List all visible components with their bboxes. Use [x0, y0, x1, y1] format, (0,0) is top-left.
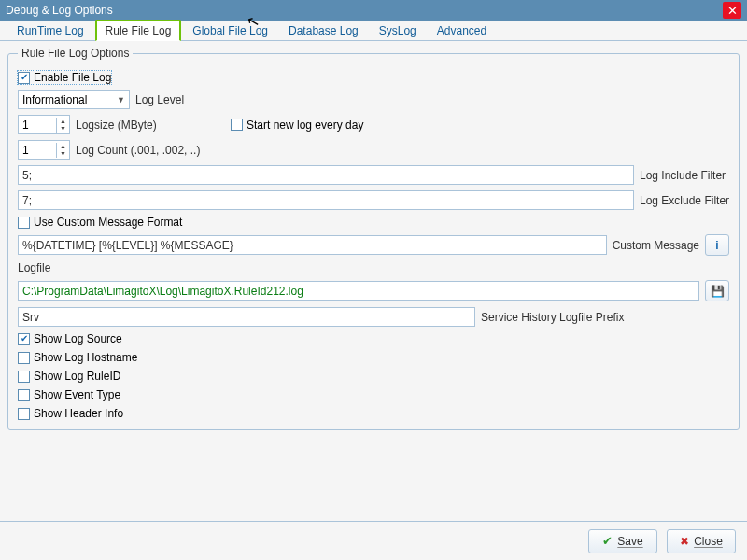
- checkbox-icon: [18, 371, 30, 383]
- rule-file-log-options-group: Rule File Log Options Enable File Log In…: [7, 47, 740, 430]
- close-window-button[interactable]: ✕: [723, 2, 741, 19]
- service-prefix-input[interactable]: Srv: [18, 307, 475, 327]
- window-title: Debug & Log Options: [6, 4, 723, 17]
- use-custom-format-label: Use Custom Message Format: [34, 216, 182, 229]
- close-button-label: Close: [694, 535, 723, 548]
- checkbox-icon: [18, 389, 30, 401]
- checkbox-icon: [231, 119, 243, 131]
- footer-bar: ✔ Save ✖ Close: [0, 521, 747, 560]
- info-icon: i: [715, 239, 718, 252]
- chevron-down-icon: ▼: [117, 95, 125, 105]
- log-include-filter-label: Log Include Filter: [640, 169, 729, 182]
- check-icon: ✔: [602, 534, 613, 548]
- save-button[interactable]: ✔ Save: [588, 529, 657, 553]
- spinner-down-icon[interactable]: ▼: [57, 125, 69, 133]
- custom-message-value: %{DATETIME} [%{LEVEL}] %{MESSAGE}: [22, 239, 233, 252]
- show-log-hostname-checkbox[interactable]: Show Log Hostname: [18, 351, 137, 364]
- enable-file-log-checkbox[interactable]: Enable File Log: [18, 71, 111, 84]
- show-event-type-label: Show Event Type: [34, 388, 120, 401]
- logfile-label: Logfile: [18, 261, 50, 274]
- log-level-value: Informational: [22, 93, 87, 106]
- show-event-type-checkbox[interactable]: Show Event Type: [18, 388, 120, 401]
- service-prefix-value: Srv: [22, 311, 39, 324]
- start-new-log-label: Start new log every day: [247, 119, 363, 132]
- checkbox-icon: [18, 408, 30, 420]
- custom-message-input[interactable]: %{DATETIME} [%{LEVEL}] %{MESSAGE}: [18, 235, 607, 255]
- tab-rule-file-log[interactable]: Rule File Log: [95, 20, 182, 41]
- log-count-spinner[interactable]: 1 ▲▼: [18, 140, 70, 160]
- service-prefix-label: Service History Logfile Prefix: [481, 311, 624, 324]
- show-log-source-label: Show Log Source: [34, 332, 122, 345]
- save-button-label: Save: [617, 535, 642, 548]
- log-include-filter-value: 5;: [22, 169, 32, 182]
- show-log-source-checkbox[interactable]: Show Log Source: [18, 332, 122, 345]
- group-legend: Rule File Log Options: [18, 47, 133, 60]
- log-exclude-filter-label: Log Exclude Filter: [640, 194, 729, 207]
- log-count-label: Log Count (.001, .002, ..): [76, 144, 200, 157]
- tab-bar: RunTime Log Rule File Log Global File Lo…: [0, 21, 747, 41]
- logsize-value: 1: [19, 119, 56, 132]
- log-exclude-filter-value: 7;: [22, 194, 32, 207]
- show-header-info-checkbox[interactable]: Show Header Info: [18, 407, 123, 420]
- checkbox-icon: [18, 72, 30, 84]
- log-count-value: 1: [19, 144, 56, 157]
- show-log-ruleid-checkbox[interactable]: Show Log RuleID: [18, 370, 120, 383]
- logfile-path-value: C:\ProgramData\LimagitoX\Log\LimagitoX.R…: [22, 285, 303, 298]
- logsize-spinner[interactable]: 1 ▲▼: [18, 115, 70, 134]
- enable-file-log-label: Enable File Log: [34, 71, 111, 84]
- custom-message-label: Custom Message: [613, 239, 699, 252]
- title-bar: Debug & Log Options ✕: [0, 0, 747, 21]
- checkbox-icon: [18, 217, 30, 229]
- log-exclude-filter-input[interactable]: 7;: [18, 190, 634, 210]
- start-new-log-checkbox[interactable]: Start new log every day: [231, 119, 363, 132]
- tab-advanced[interactable]: Advanced: [428, 21, 496, 40]
- log-include-filter-input[interactable]: 5;: [18, 165, 634, 185]
- logsize-label: Logsize (MByte): [76, 119, 197, 132]
- checkbox-icon: [18, 352, 30, 364]
- spinner-up-icon[interactable]: ▲: [57, 143, 69, 150]
- use-custom-format-checkbox[interactable]: Use Custom Message Format: [18, 216, 182, 229]
- spinner-up-icon[interactable]: ▲: [57, 118, 69, 125]
- info-button[interactable]: i: [705, 234, 729, 256]
- close-button[interactable]: ✖ Close: [667, 529, 736, 553]
- save-path-button[interactable]: 💾: [705, 280, 729, 301]
- show-header-info-label: Show Header Info: [34, 407, 123, 420]
- close-icon: ✖: [680, 535, 689, 548]
- tab-database-log[interactable]: Database Log: [279, 21, 368, 40]
- show-log-ruleid-label: Show Log RuleID: [34, 370, 120, 383]
- tab-runtime-log[interactable]: RunTime Log: [7, 21, 93, 40]
- tab-syslog[interactable]: SysLog: [370, 21, 426, 40]
- log-level-select[interactable]: Informational ▼: [18, 90, 130, 109]
- spinner-down-icon[interactable]: ▼: [57, 150, 69, 158]
- tab-global-file-log[interactable]: Global File Log: [183, 21, 277, 40]
- log-level-label: Log Level: [135, 93, 184, 106]
- logfile-path-input[interactable]: C:\ProgramData\LimagitoX\Log\LimagitoX.R…: [18, 281, 699, 301]
- save-icon: 💾: [711, 285, 725, 298]
- checkbox-icon: [18, 333, 30, 345]
- show-log-hostname-label: Show Log Hostname: [34, 351, 137, 364]
